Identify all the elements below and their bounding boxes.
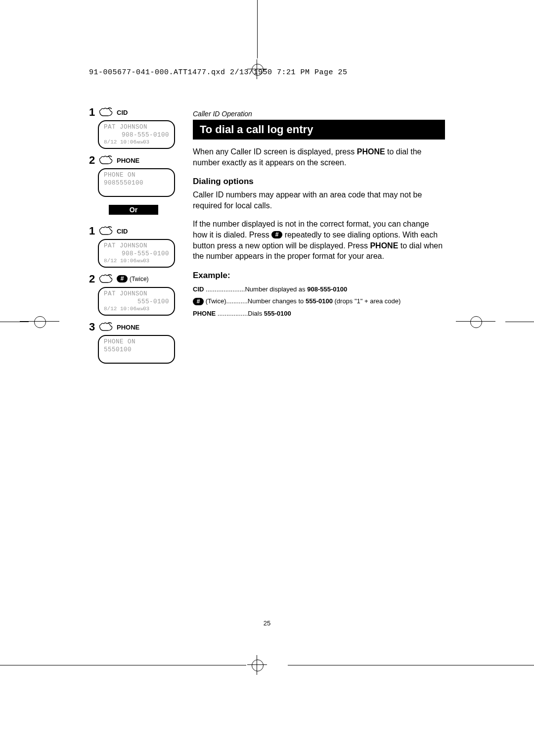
section-label: Caller ID Operation <box>193 110 445 118</box>
crop-rule <box>0 665 246 665</box>
step-1-cid: 1 CID <box>89 106 178 119</box>
button-label: PHONE <box>117 324 139 331</box>
text-strong: CID <box>193 285 204 293</box>
example-heading: Example: <box>193 271 445 281</box>
lcd-display: PHONE ON 9085550100 <box>98 168 175 197</box>
text-strong: PHONE <box>357 147 385 156</box>
lcd-display: PAT JOHNSON 908-555-0100 8/12 10:06NEW03 <box>98 239 175 268</box>
text: Number changes to <box>248 297 306 305</box>
hash-button-icon: # <box>271 231 282 238</box>
dialing-paragraph-2: If the number displayed is not in the co… <box>193 219 445 261</box>
text-strong: 555-0100 <box>264 310 291 317</box>
lcd-name: PAT JOHNSON <box>104 290 169 298</box>
press-icon <box>99 274 113 285</box>
lcd-display: PAT JOHNSON 908-555-0100 8/12 10:06NEW03 <box>98 120 175 149</box>
registration-mark-left <box>30 312 49 331</box>
lcd-line: PHONE ON <box>104 338 169 346</box>
text: (Twice) <box>206 297 226 305</box>
twice-label: (Twice) <box>130 276 149 283</box>
press-icon <box>99 226 113 237</box>
lcd-name: PAT JOHNSON <box>104 124 169 132</box>
text-strong: PHONE <box>193 310 216 317</box>
text: When any Caller ID screen is displayed, … <box>193 147 357 156</box>
lcd-new-tag: NEW <box>136 259 143 263</box>
press-icon <box>99 322 113 333</box>
instruction-sidebar: 1 CID PAT JOHNSON 908-555-0100 8/12 10:0… <box>89 104 178 369</box>
leader-dots: ...................... <box>206 285 245 293</box>
step-b2-hash: 2 # (Twice) <box>89 273 178 285</box>
text: (drops "1" + area code) <box>333 297 401 305</box>
hash-button-icon: # <box>117 275 128 283</box>
step-b1-cid: 1 CID <box>89 225 178 237</box>
hash-button-icon: # <box>193 298 204 305</box>
text: Dials <box>248 310 264 317</box>
leader-dots: ............ <box>226 297 248 305</box>
lcd-new-tag: NEW <box>136 140 143 144</box>
page-title: To dial a call log entry <box>193 120 445 140</box>
lcd-number: 908-555-0100 <box>104 250 169 258</box>
text-strong: PHONE <box>370 241 398 250</box>
press-icon <box>99 155 113 166</box>
crop-rule <box>257 0 258 58</box>
lcd-datetime: 8/12 10:06 <box>104 139 136 145</box>
lcd-status: 8/12 10:06NEW03 <box>104 258 169 265</box>
button-label: CID <box>117 228 128 235</box>
print-header: 91-005677-041-000.ATT1477.qxd 2/13/1950 … <box>89 68 348 77</box>
lcd-status: 8/12 10:06NEW03 <box>104 306 169 313</box>
example-cid: CID ......................Number display… <box>193 284 445 296</box>
crop-rule <box>505 322 534 322</box>
press-icon <box>99 107 113 118</box>
lcd-datetime: 8/12 10:06 <box>104 306 136 312</box>
step-b3-phone: 3 PHONE <box>89 321 178 333</box>
registration-mark-right <box>466 312 486 331</box>
button-label: PHONE <box>117 157 139 164</box>
crop-rule <box>288 665 534 665</box>
button-label: CID <box>117 109 128 116</box>
lcd-display: PHONE ON 5550100 <box>98 335 175 364</box>
step-number: 2 <box>89 273 95 285</box>
registration-mark-bottom <box>247 655 267 675</box>
lcd-number: 555-0100 <box>104 298 169 306</box>
page-number: 25 <box>0 619 534 627</box>
lcd-line: 9085550100 <box>104 180 169 188</box>
lcd-new-tag: NEW <box>136 307 143 311</box>
lcd-name: PAT JOHNSON <box>104 242 169 250</box>
example-hash: # (Twice)............Number changes to 5… <box>193 295 445 308</box>
lcd-line: 5550100 <box>104 346 169 354</box>
lcd-datetime: 8/12 10:06 <box>104 258 136 264</box>
crop-rule <box>0 322 29 322</box>
or-divider: Or <box>109 205 158 215</box>
dialing-paragraph-1: Caller ID numbers may appear with an are… <box>193 189 445 211</box>
step-number: 3 <box>89 321 95 333</box>
lcd-index: 03 <box>143 139 149 145</box>
step-number: 1 <box>89 106 95 118</box>
intro-paragraph: When any Caller ID screen is displayed, … <box>193 146 445 168</box>
step-number: 1 <box>89 225 95 237</box>
dialing-options-heading: Dialing options <box>193 177 445 187</box>
lcd-display: PAT JOHNSON 555-0100 8/12 10:06NEW03 <box>98 287 175 316</box>
lcd-status: 8/12 10:06NEW03 <box>104 139 169 146</box>
registration-mark-top <box>247 59 267 79</box>
lcd-index: 03 <box>143 306 149 312</box>
leader-dots: ................. <box>218 310 248 317</box>
text: Number displayed as <box>245 285 307 293</box>
example-phone: PHONE .................Dials 555-0100 <box>193 308 445 320</box>
lcd-line: PHONE ON <box>104 172 169 180</box>
step-number: 2 <box>89 154 95 166</box>
lcd-number: 908-555-0100 <box>104 132 169 140</box>
lcd-index: 03 <box>143 258 149 264</box>
text-strong: 555-0100 <box>306 297 333 305</box>
text-strong: 908-555-0100 <box>307 285 347 293</box>
step-2-phone: 2 PHONE <box>89 154 178 167</box>
main-content: Caller ID Operation To dial a call log e… <box>193 104 445 320</box>
